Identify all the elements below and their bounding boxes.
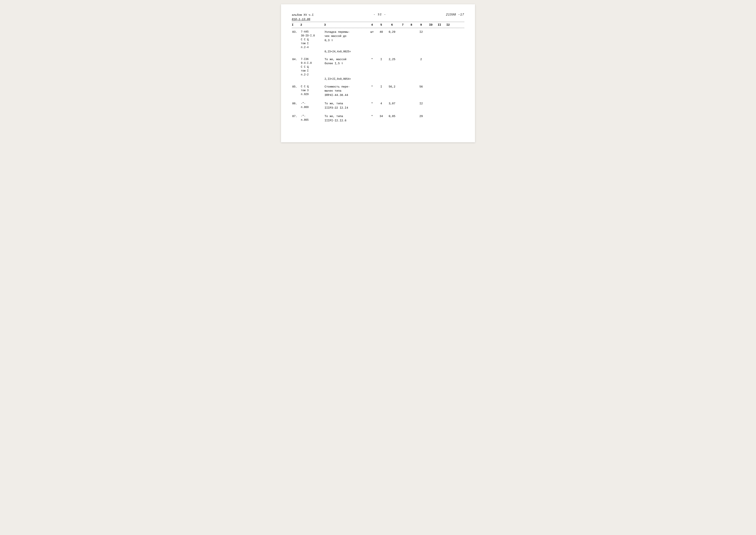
row-extra-84 [452,57,459,58]
row-formula-84: 2,I3+2I,9x0,0054= [324,78,367,81]
row-col8-86 [407,101,416,102]
row-col7-86 [398,101,407,102]
row-unit-87: " [367,114,377,119]
row-col5-83: 40 [377,30,386,35]
row-col6-83: 0,29 [386,30,398,35]
row-col7-85 [398,84,407,85]
col-header-9: 9 [416,23,426,26]
col-header-12: I2 [444,23,452,26]
row-ref-84: 7-I36 9-4-I.8 С С Ц том I п.2-2 [300,57,324,77]
row-extra-86 [452,101,459,102]
row-ref-87: -"- п.865 [300,114,324,122]
col-header-1: I [292,23,300,26]
document-subtitle: 810-1-13.86 [292,18,464,21]
row-col11-87 [435,114,444,114]
header-divider [292,28,464,28]
row-col6-87: 0,85 [386,114,398,119]
row-formula-83: 0,23+24,4x0,0025= [324,50,367,53]
col-header-7: 7 [398,23,407,26]
row-number-86: 86. [292,101,300,106]
row-desc-86: То же, типа IIIРЗ-22 I2.I4 [324,101,367,110]
row-col7-87 [398,114,407,114]
row-col11-85 [435,84,444,85]
row-desc-87: То же, типа IIIРI-I2.I2.6 [324,114,367,123]
row-col7-83 [398,30,407,30]
col-header-10: IO [426,23,435,26]
row-col5-87: 34 [377,114,386,119]
document-number: 21598 -17 [446,13,464,16]
row-col11-86 [435,101,444,102]
row-extra-85 [452,84,459,85]
row-col6-85: 56,2 [386,84,398,89]
row-col8-87 [407,114,416,114]
row-col10-85 [426,84,435,85]
row-col12-85 [444,84,452,85]
header: альбом XV ч.I - 32 - 21598 -17 [292,13,464,17]
col-header-2: 2 [300,23,324,26]
row-col11-83 [435,30,444,30]
row-col12-87 [444,114,452,114]
row-unit-85: " [367,84,377,89]
row-col5-86: 4 [377,101,386,106]
col-header-3: 3 [324,23,367,26]
row-col5-84: I [377,57,386,62]
col-header-11: II [435,23,444,26]
row-col9-86: I2 [416,101,426,106]
table-row: 85. С С Ц том 3 п.929 Стоимость пере- мы… [292,84,464,98]
row-col6-86: 3,07 [386,101,398,106]
main-table: I 2 3 4 5 6 7 8 9 IO II I2 83. 7-445 38-… [292,22,464,123]
row-unit-84: " [367,57,377,62]
row-col12-84 [444,57,452,58]
row-col9-85: 56 [416,84,426,89]
row-unit-86: " [367,101,377,106]
column-headers: I 2 3 4 5 6 7 8 9 IO II I2 [292,22,464,27]
table-row: 83. 7-445 38-IO-I.8 С С Ц том I п.2-4 Ук… [292,30,464,53]
row-col9-87: 29 [416,114,426,119]
row-extra-87 [452,114,459,114]
row-col10-84 [426,57,435,58]
row-col10-86 [426,101,435,102]
row-col11-84 [435,57,444,58]
table-row: 84. 7-I36 9-4-I.8 С С Ц том I п.2-2 То ж… [292,57,464,81]
row-desc-83: Укладка перемы- чек массой до 0,3 т [324,30,367,43]
header-left: альбом XV ч.I [292,13,313,17]
row-col8-83 [407,30,416,30]
row-ref-83: 7-445 38-IO-I.8 С С Ц том I п.2-4 [300,30,324,49]
row-col8-85 [407,84,416,85]
row-col9-84: 2 [416,57,426,62]
row-col9-83: I2 [416,30,426,35]
row-col8-84 [407,57,416,58]
row-col10-83 [426,30,435,30]
row-number-87: 87. [292,114,300,119]
row-desc-85: Стоимость пере- мычек типа ЗПР4I-44.38.4… [324,84,367,98]
col-header-8: 8 [407,23,416,26]
col-header-6: 6 [386,23,398,26]
row-extra-83 [452,30,459,30]
row-number-84: 84. [292,57,300,62]
row-number-83: 83. [292,30,300,35]
row-number-85: 85. [292,84,300,89]
col-header-5: 5 [377,23,386,26]
row-col12-83 [444,30,452,30]
row-desc-84: То же, массой более I,5 т [324,57,367,66]
row-col12-86 [444,101,452,102]
row-col6-84: 2,25 [386,57,398,62]
row-unit-83: шт [367,30,377,35]
row-ref-85: С С Ц том 3 п.929 [300,84,324,97]
row-col10-87 [426,114,435,114]
album-title: альбом XV ч.I [292,13,313,17]
table-body: 83. 7-445 38-IO-I.8 С С Ц том I п.2-4 Ук… [292,30,464,123]
row-ref-86: -"- п.869 [300,101,324,109]
document-page: альбом XV ч.I - 32 - 21598 -17 810-1-13.… [281,4,475,142]
page-number: - 32 - [373,13,386,16]
table-row: 86. -"- п.869 То же, типа IIIРЗ-22 I2.I4… [292,101,464,110]
row-col5-85: I [377,84,386,89]
col-header-4: 4 [367,23,377,26]
row-col7-84 [398,57,407,58]
table-row: 87. -"- п.865 То же, типа IIIРI-I2.I2.6 … [292,114,464,123]
